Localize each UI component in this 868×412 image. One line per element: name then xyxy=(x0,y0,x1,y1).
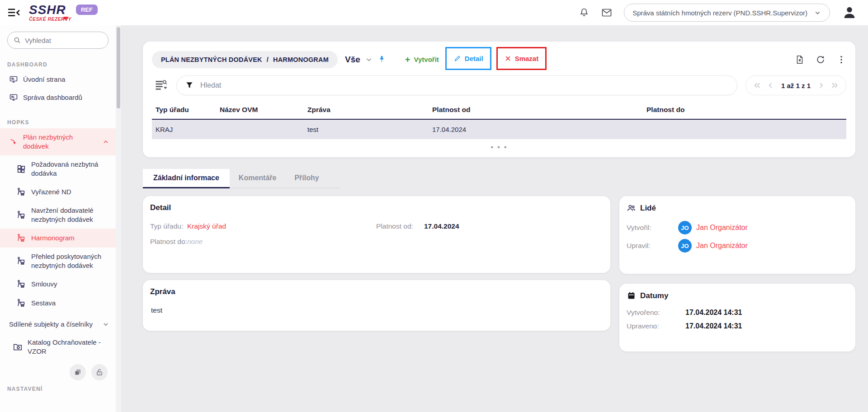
updated-at-label: Upraveno: xyxy=(627,322,685,330)
sidebar-item-harmonogram[interactable]: Harmonogram xyxy=(0,229,116,248)
tab-prilohy[interactable]: Přílohy xyxy=(285,169,328,187)
create-button[interactable]: + Vytvořit xyxy=(405,55,439,64)
view-filter-value: Vše xyxy=(345,55,360,65)
zprava-content: test xyxy=(150,306,603,314)
chevron-down-icon xyxy=(814,9,821,17)
unlock-button[interactable] xyxy=(91,364,108,380)
delete-button[interactable]: Smazat xyxy=(505,55,539,62)
sidebar-item-sdilene-subjekty[interactable]: Sdílené subjekty a číselníky xyxy=(0,315,116,333)
table-row-selected[interactable]: KRAJ test 17.04.2024 xyxy=(152,120,846,139)
created-at-row: Vytvořeno: 17.04.2024 14:31 xyxy=(627,309,848,317)
sidebar-item-vyrazene-nd[interactable]: Vyřazené ND xyxy=(0,183,116,201)
created-at-value: 17.04.2024 14:31 xyxy=(685,309,848,317)
logo-brand-text: SSHR xyxy=(29,4,71,16)
bend-arrow-icon xyxy=(9,137,18,146)
pencil-icon xyxy=(453,55,461,62)
table-expand-ellipsis[interactable]: • • • xyxy=(152,139,846,153)
sidebar-item-pozadovana-nezbytna-dodavka[interactable]: Požadovaná nezbytná dodávka xyxy=(0,155,116,183)
column-header-typ-uradu[interactable]: Typ úřadu xyxy=(152,102,216,119)
sidebar-item-uvodni-strana[interactable]: Úvodní strana xyxy=(0,70,116,89)
breadcrumb[interactable]: PLÁN NEZBYTNÝCH DODÁVEK / HARMONOGRAM xyxy=(152,51,338,68)
pagination-prev-button[interactable] xyxy=(765,80,777,91)
lide-card: Lidé Vytvořil: JO Jan Organizátor xyxy=(619,196,855,274)
search-icon xyxy=(13,36,21,44)
column-header-platnost-do[interactable]: Platnost do xyxy=(643,102,846,119)
typ-uradu-label: Typ úřadu: xyxy=(150,222,187,230)
updated-at-value: 17.04.2024 14:31 xyxy=(685,322,848,330)
column-header-nazev-ovm[interactable]: Název OVM xyxy=(216,102,304,119)
column-header-zprava[interactable]: Zpráva xyxy=(304,102,429,119)
detail-card: Detail Typ úřadu: Krajský úřad Platnost … xyxy=(143,196,610,273)
pin-icon[interactable] xyxy=(377,55,386,64)
notifications-bell-icon[interactable] xyxy=(579,7,590,18)
sidebar-item-katalog-ochranovatele[interactable]: Katalog Ochraňovatele - VZOR xyxy=(0,333,116,360)
dashboard-monitor-icon xyxy=(9,75,18,84)
sidebar-item-plan-nezbytnych-dodavek[interactable]: Plán nezbytných dodávek xyxy=(0,128,116,155)
platnost-od-label: Platnost od: xyxy=(376,222,424,230)
cart-icon xyxy=(16,279,26,289)
pagination-last-button[interactable] xyxy=(829,80,840,91)
more-options-kebab-icon[interactable] xyxy=(836,55,846,65)
sidebar-item-sestava[interactable]: Sestava xyxy=(0,294,116,313)
breadcrumb-current: HARMONOGRAM xyxy=(273,56,329,63)
table-search-input[interactable] xyxy=(200,81,729,89)
column-settings-icon[interactable] xyxy=(155,79,168,92)
sidebar-search[interactable] xyxy=(7,32,108,49)
section-label-dashboard: DASHBOARD xyxy=(7,61,108,68)
sidebar-search-input[interactable] xyxy=(25,37,93,44)
column-header-platnost-od[interactable]: Platnost od xyxy=(429,102,643,119)
sidebar-item-sprava-dashboardu[interactable]: Správa dashboardů xyxy=(0,89,116,107)
platnost-do-value: none xyxy=(187,238,376,246)
zprava-card-title: Zpráva xyxy=(150,287,603,296)
dashboard-monitor-icon xyxy=(9,93,18,102)
table-search[interactable] xyxy=(176,75,737,95)
lide-card-title: Lidé xyxy=(640,204,656,213)
typ-uradu-value[interactable]: Krajský úřad xyxy=(187,222,376,230)
cell-platnost-do xyxy=(643,124,846,136)
created-by-name[interactable]: Jan Organizátor xyxy=(696,224,748,232)
app-logo[interactable]: SSHR ČESKÉ REZERVY REF xyxy=(29,4,98,22)
view-filter-dropdown[interactable]: Vše xyxy=(345,55,386,65)
sidebar: DASHBOARD Úvodní strana Správa dashboard… xyxy=(0,25,116,412)
role-selector-value: Správa státních hmotných rezerv (PND.SSH… xyxy=(632,9,807,17)
detail-button[interactable]: Detail xyxy=(453,55,483,62)
tab-zakladni-informace[interactable]: Základní informace xyxy=(143,169,230,188)
detail-annotation-box: Detail xyxy=(445,47,491,70)
list-toolbar: PLÁN NEZBYTNÝCH DODÁVEK / HARMONOGRAM Vš… xyxy=(152,48,846,71)
export-excel-icon[interactable] xyxy=(795,55,805,65)
tab-komentare[interactable]: Komentáře xyxy=(230,169,286,187)
updated-by-name[interactable]: Jan Organizátor xyxy=(696,242,748,250)
sidebar-scrollbar[interactable] xyxy=(116,25,121,412)
plus-icon: + xyxy=(405,55,410,64)
cart-icon xyxy=(16,233,26,243)
collapse-sidebar-button[interactable] xyxy=(7,6,21,19)
breadcrumb-parent[interactable]: PLÁN NEZBYTNÝCH DODÁVEK xyxy=(161,56,262,63)
sidebar-scrollbar-thumb[interactable] xyxy=(117,27,120,108)
role-selector-dropdown[interactable]: Správa státních hmotných rezerv (PND.SSH… xyxy=(624,4,830,22)
main-content: PLÁN NEZBYTNÝCH DODÁVEK / HARMONOGRAM Vš… xyxy=(121,25,868,412)
pagination-first-button[interactable] xyxy=(751,80,763,91)
user-initials-avatar: JO xyxy=(678,221,692,234)
sidebar-item-navrzeni-dodavatele[interactable]: Navržení dodavatelé nezbytných dodávek xyxy=(0,201,116,229)
puzzle-icon xyxy=(16,164,26,174)
created-at-label: Vytvořeno: xyxy=(627,309,685,317)
app-window: SSHR ČESKÉ REZERVY REF Správa státních h… xyxy=(0,0,868,412)
table-header-row: Typ úřadu Název OVM Zpráva Platnost od P… xyxy=(152,102,846,120)
sidebar-item-smlouvy[interactable]: Smlouvy xyxy=(0,275,116,294)
cell-nazev-ovm xyxy=(216,124,304,136)
refresh-icon[interactable] xyxy=(816,55,826,65)
sidebar-item-prehled-poskytovanych[interactable]: Přehled poskytovaných nezbytných dodávek xyxy=(0,248,116,275)
detail-card-title: Detail xyxy=(150,203,603,212)
messages-envelope-icon[interactable] xyxy=(601,7,612,18)
detail-tabs: Základní informace Komentáře Přílohy xyxy=(143,169,340,188)
pagination-next-button[interactable] xyxy=(815,80,827,91)
chevron-down-icon xyxy=(102,321,109,328)
created-by-label: Vytvořil: xyxy=(627,224,678,232)
cart-icon xyxy=(16,256,26,266)
user-avatar[interactable] xyxy=(842,5,857,20)
x-icon xyxy=(505,55,511,62)
zprava-card: Zpráva test xyxy=(143,280,610,331)
filter-funnel-icon xyxy=(185,81,194,90)
copy-button[interactable] xyxy=(70,364,86,380)
delete-annotation-box: Smazat xyxy=(496,47,547,70)
